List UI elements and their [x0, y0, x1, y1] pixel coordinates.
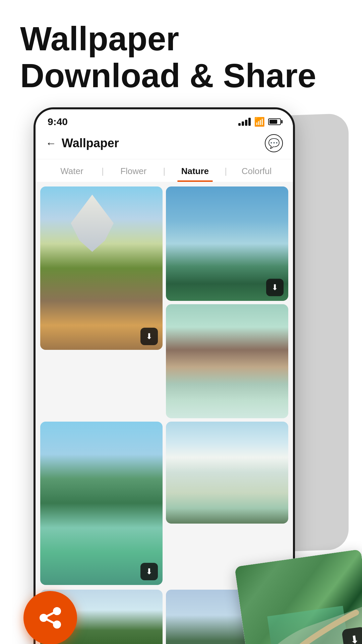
download-button-2[interactable]: ⬇: [266, 279, 284, 296]
share-fab-button[interactable]: [23, 591, 77, 644]
wallpaper-item-2[interactable]: ⬇: [166, 186, 288, 301]
app-header-left: ← Wallpaper: [46, 136, 119, 150]
preview-download-icon: ⬇: [349, 633, 360, 644]
battery-icon: [268, 118, 281, 125]
signal-bar-1: [238, 123, 241, 126]
wifi-icon: 📶: [254, 117, 265, 127]
page-header: Wallpaper Download & Share: [0, 0, 362, 107]
wallpaper-grid: ⬇ ⬇ ⬇: [36, 182, 293, 590]
tab-divider-1: |: [102, 166, 104, 182]
phone-mockup: 9:40 📶 ← Wallpaper 💬: [34, 107, 328, 644]
wallpaper-item-3[interactable]: ⬇: [40, 422, 163, 585]
signal-icon: [238, 118, 251, 126]
tab-water[interactable]: Water: [42, 166, 102, 182]
wallpaper-item-5[interactable]: [166, 422, 288, 524]
share-icon: [37, 604, 64, 631]
download-button-3[interactable]: ⬇: [140, 563, 158, 580]
whatsapp-icon: 💬: [268, 138, 280, 149]
battery-fill: [269, 120, 277, 124]
status-bar: 9:40 📶: [36, 109, 293, 131]
download-icon-1: ⬇: [146, 332, 153, 341]
download-button-1[interactable]: ⬇: [140, 328, 158, 345]
tab-flower[interactable]: Flower: [104, 166, 163, 182]
right-column: ⬇: [166, 186, 288, 418]
signal-bar-2: [242, 121, 244, 126]
wallpaper-item-1[interactable]: ⬇: [40, 186, 163, 350]
tab-divider-2: |: [163, 166, 166, 182]
tab-nature[interactable]: Nature: [165, 166, 225, 182]
category-tabs: Water | Flower | Nature | Colorful: [36, 159, 293, 182]
page-title-line1: Wallpaper: [20, 20, 342, 57]
app-title: Wallpaper: [62, 136, 119, 150]
signal-bar-4: [248, 118, 251, 126]
page-title-line2: Download & Share: [20, 57, 342, 94]
back-button[interactable]: ←: [46, 137, 56, 150]
download-icon-2: ⬇: [272, 283, 278, 292]
tab-divider-3: |: [225, 166, 227, 182]
share-whatsapp-button[interactable]: 💬: [265, 134, 283, 152]
status-time: 9:40: [48, 116, 68, 127]
tab-colorful[interactable]: Colorful: [227, 166, 286, 182]
status-icons: 📶: [238, 117, 281, 127]
app-header: ← Wallpaper 💬: [36, 131, 293, 159]
signal-bar-3: [245, 120, 247, 126]
wallpaper-item-4[interactable]: [166, 304, 288, 419]
download-icon-3: ⬇: [146, 567, 153, 576]
